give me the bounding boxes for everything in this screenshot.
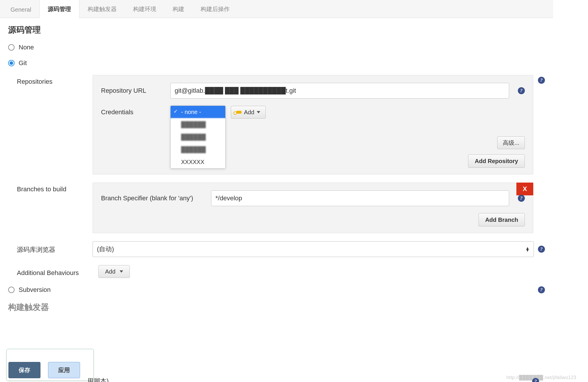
tab-general[interactable]: General: [2, 1, 39, 18]
help-icon[interactable]: ?: [538, 246, 545, 253]
scm-option-none[interactable]: None: [8, 44, 545, 51]
apply-button[interactable]: 应用: [48, 362, 80, 378]
help-icon[interactable]: ?: [518, 195, 525, 202]
key-icon: [236, 111, 242, 114]
repositories-panel: Repository URL ? Credentials - none - ██…: [93, 75, 533, 174]
repo-browser-select[interactable]: (自动) ▲▼: [93, 241, 534, 257]
radio-git-icon: [8, 60, 15, 66]
repo-browser-value: (自动): [97, 245, 114, 254]
tab-env[interactable]: 构建环境: [125, 0, 164, 18]
tab-triggers[interactable]: 构建触发器: [79, 0, 125, 18]
advanced-button[interactable]: 高级...: [497, 136, 525, 149]
credentials-add-button[interactable]: Add: [231, 106, 266, 119]
repositories-label: Repositories: [17, 75, 93, 85]
credentials-opt-2[interactable]: ██████: [171, 131, 225, 143]
behaviours-add-button[interactable]: Add: [98, 265, 130, 278]
help-icon[interactable]: ?: [518, 87, 525, 94]
credentials-add-label: Add: [244, 109, 254, 116]
select-arrows-icon: ▲▼: [525, 247, 529, 251]
branch-spec-input[interactable]: [211, 190, 509, 206]
credentials-dropdown[interactable]: - none - ██████ ██████ ██████ XXXXXX: [170, 106, 226, 169]
scm-none-label: None: [19, 44, 34, 51]
chevron-down-icon: [120, 270, 123, 273]
help-icon[interactable]: ?: [538, 77, 545, 84]
chevron-down-icon: [257, 111, 260, 113]
credentials-opt-3[interactable]: ██████: [171, 143, 225, 156]
credentials-opt-none[interactable]: - none -: [171, 106, 225, 118]
branches-label: Branches to build: [17, 183, 93, 193]
scm-option-git[interactable]: Git: [8, 59, 545, 67]
credentials-opt-1[interactable]: ██████: [171, 118, 225, 131]
config-tabs: General 源码管理 构建触发器 构建环境 构建 构建后操作: [0, 0, 553, 18]
repo-url-label: Repository URL: [101, 87, 165, 94]
sticky-actions-panel: 保存 应用: [6, 349, 94, 381]
section-title-scm: 源码管理: [8, 24, 545, 35]
scm-subversion-label: Subversion: [19, 286, 51, 294]
add-repository-button[interactable]: Add Repository: [468, 154, 525, 168]
behaviours-add-label: Add: [105, 268, 116, 275]
add-branch-button[interactable]: Add Branch: [479, 213, 525, 226]
trailing-text: 用脚本): [87, 377, 109, 382]
repo-url-input[interactable]: [170, 83, 509, 99]
scm-git-label: Git: [19, 59, 27, 67]
tab-scm[interactable]: 源码管理: [39, 0, 79, 18]
branch-spec-label: Branch Specifier (blank for 'any'): [101, 194, 206, 202]
tab-build[interactable]: 构建: [164, 0, 192, 18]
scm-option-subversion[interactable]: Subversion ?: [8, 286, 545, 294]
save-button[interactable]: 保存: [8, 362, 40, 378]
watermark-text: http://███████.net/jifaliwo123: [506, 375, 576, 380]
radio-subversion-icon: [8, 287, 15, 293]
behaviours-label: Additional Behaviours: [17, 265, 98, 277]
credentials-opt-4[interactable]: XXXXXX: [171, 156, 225, 168]
help-icon[interactable]: ?: [538, 286, 545, 293]
right-margin: [553, 0, 588, 382]
section-title-triggers: 构建触发器: [8, 302, 545, 313]
credentials-label: Credentials: [101, 108, 165, 116]
tab-postbuild[interactable]: 构建后操作: [192, 0, 238, 18]
branches-panel: X Branch Specifier (blank for 'any') ? A…: [93, 183, 533, 233]
repo-browser-label: 源码库浏览器: [17, 241, 93, 254]
radio-none-icon: [8, 44, 15, 51]
